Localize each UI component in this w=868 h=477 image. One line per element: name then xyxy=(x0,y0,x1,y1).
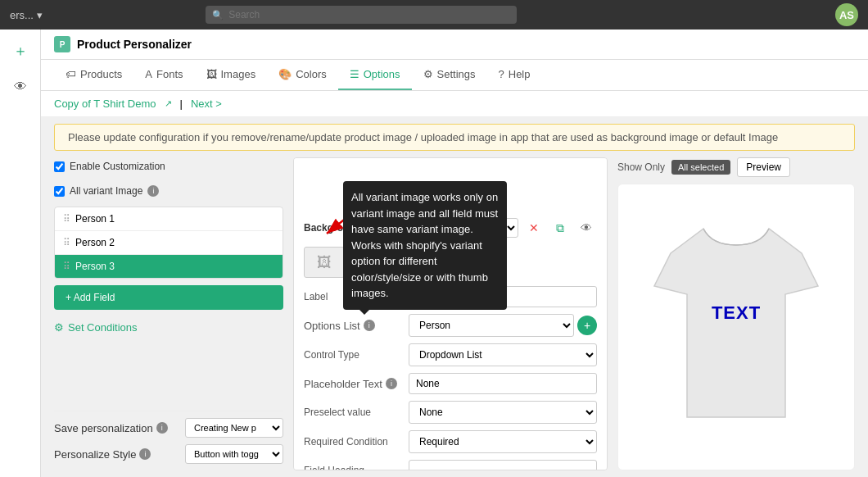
tab-colors[interactable]: 🎨 Colors xyxy=(267,60,338,90)
left-panel: Enable Customization All variant Image i… xyxy=(54,157,283,470)
tooltip-box: All variant image works only on variant … xyxy=(343,181,507,310)
preselect-select[interactable]: None xyxy=(409,401,597,424)
main-layout: ＋ 👁 P Product Personalizer 🏷 Products A … xyxy=(0,30,868,477)
tab-options[interactable]: ☰ Options xyxy=(338,60,412,90)
middle-panel: All variant image works only on variant … xyxy=(293,157,608,470)
search-bar: 🔍 xyxy=(206,6,517,24)
person-2-label: Person 2 xyxy=(75,237,274,248)
app-title: Product Personalizer xyxy=(77,38,192,51)
app-name-label: ers... xyxy=(10,9,34,21)
placeholder-text-input[interactable] xyxy=(409,373,597,394)
page-title-link[interactable]: Copy of T Shirt Demo xyxy=(54,98,156,110)
avatar[interactable]: AS xyxy=(835,3,858,26)
preselect-label: Preselect value xyxy=(304,407,402,418)
add-option-button[interactable]: + xyxy=(577,316,597,335)
sidebar-icon-eye[interactable]: 👁 xyxy=(7,74,34,100)
dropdown-icon[interactable]: ▾ xyxy=(37,9,43,21)
control-type-select[interactable]: Dropdown List xyxy=(409,343,597,366)
personalize-style-row: Personalize Style i Button with togg xyxy=(54,444,283,464)
options-icon: ☰ xyxy=(350,68,359,80)
sidebar: ＋ 👁 xyxy=(0,30,41,477)
tab-images-label: Images xyxy=(221,68,256,80)
tshirt-svg xyxy=(646,220,826,434)
field-heading-row: Field Heading xyxy=(304,460,597,470)
show-only-label: Show Only xyxy=(617,161,665,173)
placeholder-text-label-text: Placeholder Text xyxy=(304,378,382,390)
preselect-row: Preselect value None xyxy=(304,401,597,424)
person-3-label: Person 3 xyxy=(75,261,274,272)
warning-text: Please update configuration if you remov… xyxy=(68,131,778,143)
all-variant-image-checkbox[interactable] xyxy=(54,186,65,197)
copy-field-button[interactable]: ⧉ xyxy=(549,217,571,238)
background-thumbnail: 🖼 xyxy=(304,247,345,278)
drag-handle-2: ⠿ xyxy=(63,237,70,248)
selected-badge: All selected xyxy=(671,160,730,175)
tab-images[interactable]: 🖼 Images xyxy=(195,60,268,90)
enable-customization-row: Enable Customization xyxy=(54,157,283,175)
help-icon: ? xyxy=(499,68,504,80)
placeholder-info-icon[interactable]: i xyxy=(386,378,397,389)
placeholder-text-label: Placeholder Text i xyxy=(304,378,402,390)
options-list-label: Options List i xyxy=(304,320,402,332)
tab-products-label: Products xyxy=(80,68,122,80)
eye-field-button[interactable]: 👁 xyxy=(576,217,597,238)
tab-products[interactable]: 🏷 Products xyxy=(54,60,133,90)
warning-banner: Please update configuration if you remov… xyxy=(54,124,855,151)
all-variant-info-icon[interactable]: i xyxy=(147,185,159,197)
app-name: ers... ▾ xyxy=(10,9,43,21)
save-personalization-select[interactable]: Creating New p xyxy=(185,418,283,438)
save-personalization-label: Save personalization i xyxy=(54,422,168,434)
field-heading-input[interactable] xyxy=(409,460,597,470)
options-list-label-text: Options List xyxy=(304,320,360,332)
tab-settings[interactable]: ⚙ Settings xyxy=(412,60,487,90)
images-icon: 🖼 xyxy=(206,68,217,80)
delete-field-button[interactable]: ✕ xyxy=(523,217,545,238)
page-header: Copy of T Shirt Demo ↗ | Next > xyxy=(41,91,868,117)
tab-help[interactable]: ? Help xyxy=(487,60,542,90)
tab-options-label: Options xyxy=(364,68,400,80)
products-icon: 🏷 xyxy=(66,68,76,80)
personalize-style-text: Personalize Style xyxy=(54,448,136,461)
conditions-icon: ⚙ xyxy=(54,321,64,334)
tooltip-text: All variant image works only on variant … xyxy=(351,191,498,299)
enable-customization-checkbox[interactable] xyxy=(54,161,65,172)
nav-tabs: 🏷 Products A Fonts 🖼 Images 🎨 Colors ☰ O… xyxy=(41,60,868,91)
drag-handle-1: ⠿ xyxy=(63,213,70,225)
required-condition-row: Required Condition Required xyxy=(304,430,597,453)
required-condition-select[interactable]: Required xyxy=(409,430,597,453)
external-link-icon: ↗ xyxy=(165,98,172,109)
app-header: P Product Personalizer xyxy=(41,30,868,60)
search-icon: 🔍 xyxy=(212,10,224,20)
enable-customization-label: Enable Customization xyxy=(70,161,165,172)
app-logo: P xyxy=(54,36,70,52)
set-conditions-button[interactable]: ⚙ Set Conditions xyxy=(54,316,283,338)
personalize-style-select[interactable]: Button with togg xyxy=(185,444,283,464)
person-item-3[interactable]: ⠿ Person 3 xyxy=(55,255,283,278)
fonts-icon: A xyxy=(145,68,152,80)
content-area: P Product Personalizer 🏷 Products A Font… xyxy=(41,30,868,477)
all-variant-image-label: All variant Image xyxy=(70,185,142,197)
set-conditions-label: Set Conditions xyxy=(68,321,138,334)
add-field-button[interactable]: + Add Field xyxy=(54,285,283,310)
tab-fonts[interactable]: A Fonts xyxy=(133,60,194,90)
next-button[interactable]: Next > xyxy=(191,98,222,110)
person-list: ⠿ Person 1 ⠿ Person 2 ⠿ Person 3 xyxy=(54,207,283,279)
field-heading-label: Field Heading xyxy=(304,465,402,470)
preview-button[interactable]: Preview xyxy=(737,157,790,177)
personalize-style-info-icon[interactable]: i xyxy=(139,448,151,460)
search-input[interactable] xyxy=(206,6,517,24)
person-item-2[interactable]: ⠿ Person 2 xyxy=(55,231,283,255)
all-variant-image-row: All variant Image i xyxy=(54,182,283,200)
inner-layout: Enable Customization All variant Image i… xyxy=(41,157,868,477)
person-item-1[interactable]: ⠿ Person 1 xyxy=(55,207,283,231)
settings-icon: ⚙ xyxy=(423,68,433,80)
options-list-select-wrap: Person + xyxy=(409,314,597,337)
tshirt-preview: TEXT xyxy=(617,184,855,470)
preview-controls: Show Only All selected Preview xyxy=(617,157,855,177)
options-list-info-icon[interactable]: i xyxy=(364,320,375,331)
personalize-style-label: Personalize Style i xyxy=(54,448,151,461)
options-list-select[interactable]: Person xyxy=(409,314,574,337)
save-personalization-info-icon[interactable]: i xyxy=(156,422,168,434)
tab-colors-label: Colors xyxy=(296,68,327,80)
sidebar-icon-plus[interactable]: ＋ xyxy=(7,38,34,64)
